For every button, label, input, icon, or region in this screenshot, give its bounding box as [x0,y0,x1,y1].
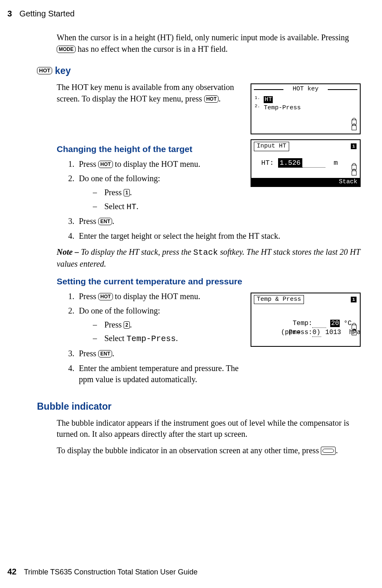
step: Press ENT. [76,348,361,360]
text-run: . [176,334,178,343]
lock-icons [352,165,357,176]
text-run: to display the HOT menu. [113,292,200,301]
text-run: Do one of the following: [79,306,160,315]
keycap-1: 1 [124,189,130,196]
lcd-tab: Temp & Press [254,295,304,304]
keycap-hot: HOT [98,293,113,300]
text-run: . [130,188,132,197]
text-run: . [112,217,114,226]
lcd-ppm: (ppm= 0) [281,328,320,337]
text-run: When the cursor is in a height (HT) fiel… [57,33,349,42]
num-mode-icon: 1 [351,297,357,302]
keycap-hot: HOT [37,67,52,74]
text-run: Select [104,334,127,343]
text-run: To display the bubble indicator in an ob… [57,446,321,455]
bubble-paragraph-1: The bubble indicator appears if the inst… [57,417,361,440]
keycap-ent: ENT [98,350,112,357]
lcd-text: Temp-Press [127,334,176,344]
lcd-text: HT [127,202,136,212]
chapter-title: Getting Started [19,9,75,18]
note-ht-stack: Note – To display the HT stack, press th… [57,247,361,270]
text-run: Press [79,217,98,226]
screenshot-hot-key-menu: HOT key 1. HT 2. Temp-Press [251,83,361,134]
keycap-2: 2 [124,321,130,329]
bubble-key-icon [321,447,336,455]
text-run: has no effect when the cursor is in a HT… [76,44,228,53]
text-run: . [336,446,338,455]
step: Enter the ambient temperature and pressu… [76,363,243,385]
lock-icons [352,325,357,336]
text-run: Do one of the following: [79,174,160,183]
keycap-ent: ENT [98,218,112,225]
text-run: Press [104,188,124,197]
step: Press ENT. [76,216,361,227]
keycap-mode: MODE [57,46,76,53]
page-footer: 42 Trimble TS635 Construction Total Stat… [7,567,370,576]
screenshot-temp-press: Temp & Press 1 Temp: 20 °C Press: 1013 h… [251,293,361,347]
intro-paragraph: When the cursor is in a height (HT) fiel… [57,32,361,55]
subsection-temp-press: Setting the current temperature and pres… [57,276,361,288]
screenshot-input-ht: Input HT 1 HT: 1.526 m Stack [251,139,361,187]
section-hot-key: HOT key [37,65,361,78]
num-mode-icon: 1 [351,143,357,149]
lcd-title: HOT key [290,85,321,94]
text-run: to display the HOT menu. [113,159,200,168]
lcd-tab: Input HT [254,142,289,151]
lcd-value: 1.526 [278,158,302,168]
text-run: Press [104,320,124,329]
text-run: . [112,349,114,358]
step: Enter the target height or select the he… [76,231,361,242]
chapter-number: 3 [7,9,12,18]
text-run: Select [104,202,127,211]
text-run: . [219,94,221,103]
page-header: 3 Getting Started [7,9,370,18]
lcd-value: 1013 [325,329,341,336]
text-run: . [130,320,132,329]
page-number: 42 [7,567,16,576]
lcd-selected-item: HT [264,96,273,103]
text-run: Press [79,159,98,168]
lcd-unit: m [334,159,338,167]
lcd-text: Stack [193,248,218,257]
text-run: Press [79,349,98,358]
text-run: To display the HT stack, press the [81,247,193,256]
keycap-hot: HOT [98,161,113,168]
section-bubble-indicator: Bubble indicator [37,400,361,413]
lcd-item: Temp-Press [264,104,301,111]
text-run: Press [79,292,98,301]
lcd-softkey: Stack [251,178,360,186]
lock-icons [352,120,357,131]
heading-text: key [52,65,71,76]
book-title: Trimble TS635 Construction Total Station… [24,568,198,576]
keycap-hot: HOT [204,95,219,103]
list-marker: 1. [255,95,260,100]
text-run: . [136,202,138,211]
note-label: Note – [57,247,81,256]
lcd-label: HT: [261,159,274,167]
hot-key-paragraph: The HOT key menu is available from any o… [57,82,237,104]
bubble-paragraph-2: To display the bubble indicator in an ob… [57,445,361,457]
